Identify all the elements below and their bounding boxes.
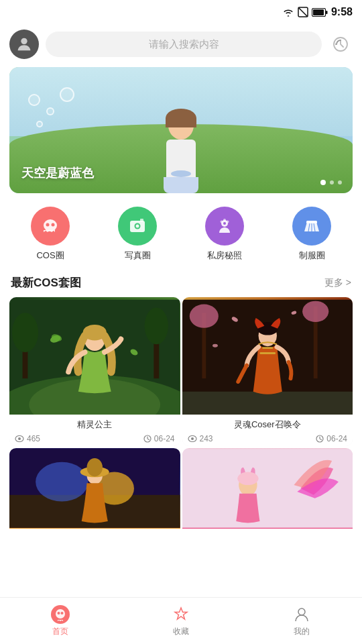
cos-grid: 精灵公主 465 06-24 bbox=[0, 297, 362, 446]
nav-favorites[interactable]: 收藏 bbox=[158, 601, 204, 641]
section-more-button[interactable]: 更多 > bbox=[324, 277, 351, 289]
svg-point-18 bbox=[221, 221, 223, 223]
skirt-icon bbox=[301, 215, 322, 237]
cos-views-1: 465 bbox=[15, 434, 40, 443]
nav-profile[interactable]: 我的 bbox=[279, 601, 324, 641]
cos-thumb-1 bbox=[9, 297, 180, 415]
svg-point-15 bbox=[223, 222, 226, 225]
refresh-icon bbox=[332, 36, 349, 53]
photo-circle-icon-bg bbox=[118, 207, 157, 246]
svg-point-12 bbox=[136, 225, 139, 228]
svg-point-17 bbox=[227, 221, 229, 223]
favorites-icon bbox=[172, 605, 190, 624]
category-photo-circle[interactable]: 写真圈 bbox=[118, 207, 157, 262]
bubble-2 bbox=[46, 107, 54, 115]
svg-rect-50 bbox=[259, 352, 275, 354]
svg-point-64 bbox=[56, 609, 65, 619]
svg-point-29 bbox=[145, 307, 168, 344]
svg-rect-46 bbox=[182, 392, 353, 415]
search-placeholder-text: 请输入搜索内容 bbox=[149, 38, 219, 51]
partial-thumb-1 bbox=[9, 448, 180, 529]
bottom-nav: 首页 收藏 我的 bbox=[0, 597, 362, 644]
svg-point-36 bbox=[18, 437, 21, 440]
cos-circle-icon-bg bbox=[31, 207, 70, 246]
person-icon bbox=[292, 605, 311, 624]
status-bar: 9:58 bbox=[0, 0, 362, 24]
clock-icon-2 bbox=[316, 435, 324, 443]
partial-thumb-2 bbox=[182, 448, 353, 529]
status-icons: 9:58 bbox=[282, 6, 353, 18]
no-sim-icon bbox=[298, 7, 308, 17]
thumb-2-svg bbox=[182, 297, 353, 415]
home-inner-icon bbox=[53, 607, 68, 622]
svg-rect-13 bbox=[140, 219, 143, 222]
svg-point-5 bbox=[21, 38, 27, 44]
cos-date-2: 06-24 bbox=[316, 434, 347, 443]
svg-point-45 bbox=[213, 344, 218, 347]
uniform-circle-label: 制服圈 bbox=[299, 250, 325, 262]
dot-2 bbox=[330, 180, 334, 184]
eye-icon-2 bbox=[188, 435, 197, 442]
svg-line-1 bbox=[298, 7, 308, 17]
svg-point-9 bbox=[52, 223, 55, 227]
bubble-3 bbox=[60, 87, 74, 102]
banner-dots bbox=[320, 180, 342, 185]
clock-icon-1 bbox=[143, 435, 152, 443]
person-flower-icon bbox=[214, 215, 235, 237]
search-row: 请输入搜索内容 bbox=[0, 24, 362, 64]
section-title: 最新COS套图 bbox=[11, 275, 81, 290]
svg-point-66 bbox=[61, 612, 64, 614]
dot-1 bbox=[320, 180, 326, 185]
private-photo-icon-bg bbox=[205, 207, 244, 246]
svg-point-42 bbox=[302, 301, 328, 322]
dot-3 bbox=[338, 180, 342, 184]
wifi-icon bbox=[282, 7, 294, 17]
cos-views-2: 243 bbox=[188, 434, 213, 443]
nav-home[interactable]: 首页 bbox=[38, 601, 83, 641]
nav-favorites-label: 收藏 bbox=[173, 626, 189, 637]
cos-name-2: 灵魂Coser召唤令 bbox=[188, 419, 348, 431]
profile-icon bbox=[292, 605, 311, 624]
cos-date-val-2: 06-24 bbox=[326, 434, 347, 443]
ghost-icon bbox=[40, 215, 61, 237]
svg-rect-49 bbox=[262, 347, 273, 349]
cos-card-2[interactable]: 灵魂Coser召唤令 243 06-24 bbox=[182, 297, 353, 446]
category-row: COS圈 写真圈 私房秘照 bbox=[0, 201, 362, 272]
refresh-button[interactable] bbox=[328, 32, 353, 56]
svg-rect-4 bbox=[326, 11, 328, 14]
thumb-1-svg bbox=[9, 297, 180, 415]
category-uniform-circle[interactable]: 制服圈 bbox=[292, 207, 331, 262]
cos-section-header: 最新COS套图 更多 > bbox=[0, 272, 362, 297]
partial-card-2[interactable] bbox=[182, 448, 353, 529]
nav-profile-label: 我的 bbox=[294, 626, 310, 637]
cos-circle-label: COS圈 bbox=[36, 250, 64, 262]
svg-point-52 bbox=[191, 437, 194, 440]
photo-icon bbox=[127, 215, 148, 237]
cos-info-1: 精灵公主 465 06-24 bbox=[9, 415, 180, 446]
time-display: 9:58 bbox=[331, 6, 353, 18]
category-private-photo[interactable]: 私房秘照 bbox=[205, 207, 244, 262]
svg-point-40 bbox=[189, 305, 218, 328]
photo-circle-label: 写真圈 bbox=[125, 250, 151, 262]
category-cos-circle[interactable]: COS圈 bbox=[31, 207, 70, 262]
svg-point-27 bbox=[12, 313, 38, 352]
svg-point-8 bbox=[46, 223, 50, 227]
bottom-spacer bbox=[0, 529, 362, 582]
cos-date-val-1: 06-24 bbox=[154, 434, 175, 443]
uniform-circle-icon-bg bbox=[292, 207, 331, 246]
svg-point-65 bbox=[58, 612, 60, 614]
cos-meta-2: 243 06-24 bbox=[188, 434, 348, 443]
svg-point-60 bbox=[87, 458, 103, 476]
home-icon-container bbox=[51, 605, 70, 624]
svg-point-16 bbox=[223, 219, 226, 221]
cos-card-1[interactable]: 精灵公主 465 06-24 bbox=[9, 297, 180, 446]
search-input[interactable]: 请输入搜索内容 bbox=[46, 32, 322, 57]
cos-name-1: 精灵公主 bbox=[15, 419, 175, 431]
svg-point-67 bbox=[298, 608, 305, 615]
partial-card-1[interactable] bbox=[9, 448, 180, 529]
banner[interactable]: 天空是蔚蓝色 bbox=[9, 67, 353, 193]
cos-meta-1: 465 06-24 bbox=[15, 434, 175, 443]
partial-grid bbox=[0, 446, 362, 529]
cos-view-count-1: 465 bbox=[27, 434, 40, 443]
user-avatar[interactable] bbox=[9, 30, 39, 59]
